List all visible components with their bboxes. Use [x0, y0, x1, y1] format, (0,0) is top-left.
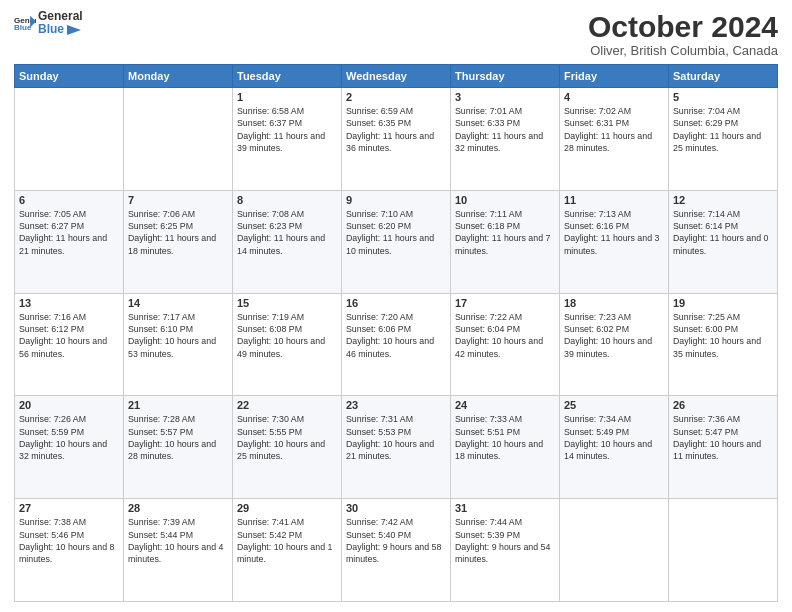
day-info: Sunrise: 7:38 AMSunset: 5:46 PMDaylight:… [19, 516, 119, 565]
calendar-cell-5-5: 31Sunrise: 7:44 AMSunset: 5:39 PMDayligh… [451, 499, 560, 602]
day-info: Sunrise: 7:30 AMSunset: 5:55 PMDaylight:… [237, 413, 337, 462]
day-info: Sunrise: 7:16 AMSunset: 6:12 PMDaylight:… [19, 311, 119, 360]
day-info: Sunrise: 7:11 AMSunset: 6:18 PMDaylight:… [455, 208, 555, 257]
day-info: Sunrise: 7:44 AMSunset: 5:39 PMDaylight:… [455, 516, 555, 565]
title-area: October 2024 Oliver, British Columbia, C… [588, 10, 778, 58]
calendar-cell-2-7: 12Sunrise: 7:14 AMSunset: 6:14 PMDayligh… [669, 190, 778, 293]
day-number: 22 [237, 399, 337, 411]
day-number: 3 [455, 91, 555, 103]
calendar-cell-2-1: 6Sunrise: 7:05 AMSunset: 6:27 PMDaylight… [15, 190, 124, 293]
calendar-cell-3-5: 17Sunrise: 7:22 AMSunset: 6:04 PMDayligh… [451, 293, 560, 396]
day-info: Sunrise: 7:10 AMSunset: 6:20 PMDaylight:… [346, 208, 446, 257]
day-info: Sunrise: 7:39 AMSunset: 5:44 PMDaylight:… [128, 516, 228, 565]
day-number: 29 [237, 502, 337, 514]
day-info: Sunrise: 7:06 AMSunset: 6:25 PMDaylight:… [128, 208, 228, 257]
day-number: 30 [346, 502, 446, 514]
svg-text:Blue: Blue [14, 24, 32, 33]
day-info: Sunrise: 7:01 AMSunset: 6:33 PMDaylight:… [455, 105, 555, 154]
calendar-cell-3-4: 16Sunrise: 7:20 AMSunset: 6:06 PMDayligh… [342, 293, 451, 396]
calendar-cell-4-5: 24Sunrise: 7:33 AMSunset: 5:51 PMDayligh… [451, 396, 560, 499]
day-number: 31 [455, 502, 555, 514]
calendar-cell-5-7 [669, 499, 778, 602]
day-number: 7 [128, 194, 228, 206]
logo-icon: General Blue [14, 14, 36, 32]
col-header-monday: Monday [124, 65, 233, 88]
day-info: Sunrise: 7:05 AMSunset: 6:27 PMDaylight:… [19, 208, 119, 257]
day-number: 5 [673, 91, 773, 103]
col-header-sunday: Sunday [15, 65, 124, 88]
calendar-cell-2-4: 9Sunrise: 7:10 AMSunset: 6:20 PMDaylight… [342, 190, 451, 293]
day-info: Sunrise: 7:31 AMSunset: 5:53 PMDaylight:… [346, 413, 446, 462]
day-info: Sunrise: 7:41 AMSunset: 5:42 PMDaylight:… [237, 516, 337, 565]
calendar-cell-5-2: 28Sunrise: 7:39 AMSunset: 5:44 PMDayligh… [124, 499, 233, 602]
day-number: 24 [455, 399, 555, 411]
calendar-cell-2-2: 7Sunrise: 7:06 AMSunset: 6:25 PMDaylight… [124, 190, 233, 293]
calendar-cell-5-4: 30Sunrise: 7:42 AMSunset: 5:40 PMDayligh… [342, 499, 451, 602]
calendar-cell-5-6 [560, 499, 669, 602]
calendar-cell-1-2 [124, 88, 233, 191]
day-number: 6 [19, 194, 119, 206]
calendar-cell-1-4: 2Sunrise: 6:59 AMSunset: 6:35 PMDaylight… [342, 88, 451, 191]
calendar-cell-5-1: 27Sunrise: 7:38 AMSunset: 5:46 PMDayligh… [15, 499, 124, 602]
day-number: 8 [237, 194, 337, 206]
svg-marker-3 [67, 25, 81, 35]
day-info: Sunrise: 7:23 AMSunset: 6:02 PMDaylight:… [564, 311, 664, 360]
calendar-cell-4-1: 20Sunrise: 7:26 AMSunset: 5:59 PMDayligh… [15, 396, 124, 499]
calendar-cell-4-4: 23Sunrise: 7:31 AMSunset: 5:53 PMDayligh… [342, 396, 451, 499]
day-number: 9 [346, 194, 446, 206]
day-number: 23 [346, 399, 446, 411]
day-number: 19 [673, 297, 773, 309]
day-info: Sunrise: 7:28 AMSunset: 5:57 PMDaylight:… [128, 413, 228, 462]
col-header-thursday: Thursday [451, 65, 560, 88]
day-number: 1 [237, 91, 337, 103]
calendar-cell-2-5: 10Sunrise: 7:11 AMSunset: 6:18 PMDayligh… [451, 190, 560, 293]
main-title: October 2024 [588, 10, 778, 43]
day-number: 28 [128, 502, 228, 514]
day-info: Sunrise: 7:34 AMSunset: 5:49 PMDaylight:… [564, 413, 664, 462]
day-number: 16 [346, 297, 446, 309]
calendar-cell-4-3: 22Sunrise: 7:30 AMSunset: 5:55 PMDayligh… [233, 396, 342, 499]
calendar-cell-4-7: 26Sunrise: 7:36 AMSunset: 5:47 PMDayligh… [669, 396, 778, 499]
calendar-cell-4-2: 21Sunrise: 7:28 AMSunset: 5:57 PMDayligh… [124, 396, 233, 499]
calendar-cell-3-6: 18Sunrise: 7:23 AMSunset: 6:02 PMDayligh… [560, 293, 669, 396]
logo-arrow [67, 25, 81, 35]
calendar-cell-2-6: 11Sunrise: 7:13 AMSunset: 6:16 PMDayligh… [560, 190, 669, 293]
page: General Blue General Blue October 2024 O… [0, 0, 792, 612]
calendar-cell-4-6: 25Sunrise: 7:34 AMSunset: 5:49 PMDayligh… [560, 396, 669, 499]
day-info: Sunrise: 7:36 AMSunset: 5:47 PMDaylight:… [673, 413, 773, 462]
day-number: 18 [564, 297, 664, 309]
calendar-cell-5-3: 29Sunrise: 7:41 AMSunset: 5:42 PMDayligh… [233, 499, 342, 602]
calendar-cell-1-3: 1Sunrise: 6:58 AMSunset: 6:37 PMDaylight… [233, 88, 342, 191]
col-header-friday: Friday [560, 65, 669, 88]
day-number: 20 [19, 399, 119, 411]
day-number: 2 [346, 91, 446, 103]
calendar-cell-1-6: 4Sunrise: 7:02 AMSunset: 6:31 PMDaylight… [560, 88, 669, 191]
day-info: Sunrise: 7:19 AMSunset: 6:08 PMDaylight:… [237, 311, 337, 360]
logo: General Blue General Blue [14, 10, 83, 36]
subtitle: Oliver, British Columbia, Canada [588, 43, 778, 58]
day-info: Sunrise: 7:33 AMSunset: 5:51 PMDaylight:… [455, 413, 555, 462]
day-number: 25 [564, 399, 664, 411]
header: General Blue General Blue October 2024 O… [14, 10, 778, 58]
day-info: Sunrise: 6:58 AMSunset: 6:37 PMDaylight:… [237, 105, 337, 154]
day-number: 27 [19, 502, 119, 514]
calendar-cell-3-1: 13Sunrise: 7:16 AMSunset: 6:12 PMDayligh… [15, 293, 124, 396]
calendar-cell-3-2: 14Sunrise: 7:17 AMSunset: 6:10 PMDayligh… [124, 293, 233, 396]
day-info: Sunrise: 7:26 AMSunset: 5:59 PMDaylight:… [19, 413, 119, 462]
day-info: Sunrise: 7:42 AMSunset: 5:40 PMDaylight:… [346, 516, 446, 565]
day-info: Sunrise: 7:04 AMSunset: 6:29 PMDaylight:… [673, 105, 773, 154]
col-header-wednesday: Wednesday [342, 65, 451, 88]
calendar-cell-1-5: 3Sunrise: 7:01 AMSunset: 6:33 PMDaylight… [451, 88, 560, 191]
day-info: Sunrise: 6:59 AMSunset: 6:35 PMDaylight:… [346, 105, 446, 154]
day-info: Sunrise: 7:22 AMSunset: 6:04 PMDaylight:… [455, 311, 555, 360]
logo-blue: Blue [38, 23, 83, 36]
day-info: Sunrise: 7:25 AMSunset: 6:00 PMDaylight:… [673, 311, 773, 360]
calendar-cell-1-1 [15, 88, 124, 191]
col-header-saturday: Saturday [669, 65, 778, 88]
day-number: 13 [19, 297, 119, 309]
calendar-cell-3-3: 15Sunrise: 7:19 AMSunset: 6:08 PMDayligh… [233, 293, 342, 396]
day-number: 17 [455, 297, 555, 309]
day-info: Sunrise: 7:02 AMSunset: 6:31 PMDaylight:… [564, 105, 664, 154]
day-number: 4 [564, 91, 664, 103]
day-number: 14 [128, 297, 228, 309]
